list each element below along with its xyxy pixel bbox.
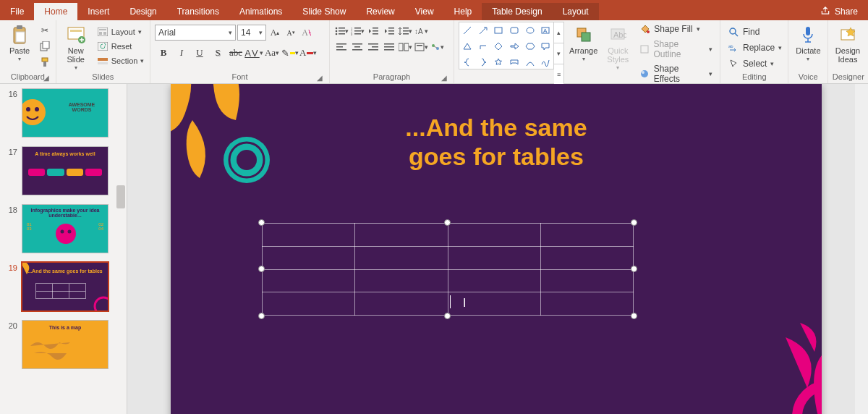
shape-triangle[interactable] (459, 38, 475, 54)
tab-insert[interactable]: Insert (77, 3, 119, 20)
shape-callout[interactable] (537, 38, 553, 54)
shape-arrow-line[interactable] (475, 22, 491, 38)
numbering-button[interactable]: 123▾ (350, 25, 365, 38)
scrollbar-thumb[interactable] (116, 185, 125, 208)
shape-elbow[interactable] (475, 38, 491, 54)
reset-button[interactable]: Reset (94, 40, 148, 53)
tab-animations[interactable]: Animations (229, 3, 292, 20)
shape-outline-button[interactable]: Shape Outline▾ (636, 38, 715, 61)
resize-handle-w[interactable] (258, 266, 265, 272)
tab-slideshow[interactable]: Slide Show (292, 3, 356, 20)
tab-design[interactable]: Design (119, 3, 166, 20)
char-spacing-button[interactable]: AV▾ (245, 45, 263, 61)
thumbnails-scrollbar[interactable] (115, 84, 127, 414)
gallery-down-button[interactable]: ▾ (554, 43, 563, 64)
tab-review[interactable]: Review (356, 3, 404, 20)
shape-brace-r[interactable] (475, 54, 491, 70)
shape-hexagon[interactable] (522, 38, 538, 54)
cut-button[interactable]: ✂ (38, 23, 52, 38)
thumb-16[interactable]: 16 AWESOME WORDS (0, 84, 127, 142)
change-case-button[interactable]: Aa▾ (263, 45, 281, 61)
thumb-18[interactable]: 18 Infographics make your idea understab… (0, 200, 127, 258)
slide-canvas-area[interactable]: ...And the same goes for tables (127, 84, 868, 414)
tab-home[interactable]: Home (34, 3, 77, 20)
shapes-gallery[interactable]: A (459, 22, 554, 69)
copy-button[interactable] (38, 39, 52, 54)
increase-indent-button[interactable] (382, 25, 396, 38)
bold-button[interactable]: B (155, 45, 172, 61)
shape-diamond[interactable] (490, 38, 506, 54)
highlight-button[interactable]: ✎▾ (281, 45, 299, 61)
quick-styles-button[interactable]: Abc Quick Styles ▾ (603, 22, 633, 85)
shape-rect[interactable] (490, 22, 506, 38)
shape-banner[interactable] (506, 54, 522, 70)
resize-handle-ne[interactable] (631, 219, 637, 226)
align-left-button[interactable] (334, 41, 349, 54)
shadow-button[interactable]: S (209, 45, 226, 61)
thumb-19[interactable]: 19 ...And the same goes for tables (0, 258, 127, 316)
font-color-button[interactable]: A▾ (299, 45, 317, 61)
replace-button[interactable]: abReplace▾ (725, 41, 785, 55)
dictate-button[interactable]: Dictate ▾ (793, 22, 823, 71)
shape-fill-button[interactable]: Shape Fill▾ (636, 22, 715, 36)
paragraph-dialog-launcher[interactable]: ◢ (441, 75, 448, 82)
share-button[interactable]: Share (810, 3, 868, 20)
shape-oval[interactable] (522, 22, 538, 38)
shape-freeform[interactable] (537, 54, 553, 70)
resize-handle-se[interactable] (631, 313, 637, 319)
thumb-20[interactable]: 20 This is a map (0, 316, 127, 373)
canvas-scrollbar[interactable] (855, 84, 868, 414)
columns-button[interactable]: ▾ (398, 41, 412, 54)
arrange-button[interactable]: Arrange ▾ (567, 22, 600, 85)
align-center-button[interactable] (350, 41, 365, 54)
resize-handle-s[interactable] (444, 313, 451, 319)
section-button[interactable]: Section▾ (94, 54, 148, 67)
thumb-17[interactable]: 17 A time always works well (0, 142, 127, 200)
tab-view[interactable]: View (405, 3, 444, 20)
tab-transitions[interactable]: Transitions (167, 3, 229, 20)
shape-arrow[interactable] (506, 38, 522, 54)
format-painter-button[interactable] (38, 55, 52, 69)
shape-brace-l[interactable] (459, 54, 475, 70)
resize-handle-e[interactable] (631, 266, 637, 272)
tab-layout[interactable]: Layout (553, 3, 599, 20)
justify-button[interactable] (382, 41, 396, 54)
clipboard-dialog-launcher[interactable]: ◢ (43, 75, 50, 82)
select-button[interactable]: Select▾ (725, 56, 785, 71)
grow-font-button[interactable]: A▴ (268, 25, 282, 40)
italic-button[interactable]: I (173, 45, 190, 61)
tab-file[interactable]: File (0, 3, 34, 20)
align-text-button[interactable]: ▾ (414, 41, 428, 54)
underline-button[interactable]: U (191, 45, 208, 61)
gallery-up-button[interactable]: ▴ (554, 22, 563, 43)
line-spacing-button[interactable]: ▾ (398, 25, 412, 38)
decrease-indent-button[interactable] (366, 25, 380, 38)
resize-handle-sw[interactable] (258, 313, 265, 319)
bullets-button[interactable]: ▾ (334, 25, 349, 38)
table-selection[interactable]: I (262, 223, 634, 316)
design-ideas-button[interactable]: Design Ideas (833, 22, 863, 71)
font-dialog-launcher[interactable]: ◢ (316, 75, 323, 82)
shape-effects-button[interactable]: Shape Effects▾ (636, 62, 715, 85)
gallery-more-button[interactable]: ≡ (554, 64, 563, 85)
shape-line[interactable] (459, 22, 475, 38)
smartart-button[interactable]: ▾ (430, 41, 444, 54)
find-button[interactable]: Find (725, 25, 785, 39)
shape-textbox[interactable]: A (537, 22, 553, 38)
tab-help[interactable]: Help (444, 3, 482, 20)
font-size-combo[interactable]: 14▾ (237, 25, 266, 41)
shrink-font-button[interactable]: A▾ (284, 25, 298, 40)
shape-roundrect[interactable] (506, 22, 522, 38)
shape-connector[interactable] (522, 54, 538, 70)
new-slide-button[interactable]: New Slide ▾ (61, 22, 91, 71)
align-right-button[interactable] (366, 41, 380, 54)
shape-star[interactable] (490, 54, 506, 70)
table[interactable] (262, 223, 634, 316)
resize-handle-n[interactable] (444, 219, 451, 226)
paste-button[interactable]: Paste ▾ (4, 22, 35, 71)
text-direction-button[interactable]: ↕A▾ (414, 25, 428, 38)
tab-table-design[interactable]: Table Design (482, 3, 552, 20)
strikethrough-button[interactable]: abc (227, 45, 244, 61)
layout-button[interactable]: Layout▾ (94, 25, 148, 38)
resize-handle-nw[interactable] (258, 219, 265, 226)
